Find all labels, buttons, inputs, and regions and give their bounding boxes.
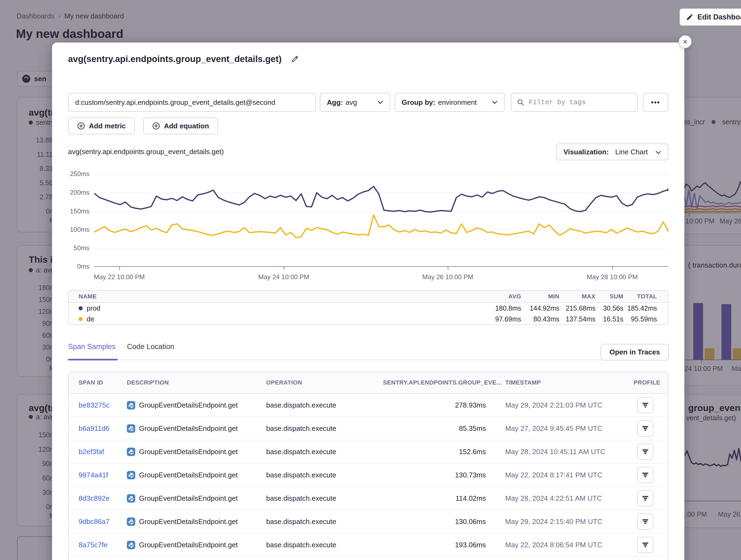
screen: Dashboards › My new dashboard My new das… <box>0 0 741 560</box>
group-by-value: environment <box>438 98 477 107</box>
profile-button[interactable] <box>637 490 654 506</box>
profile-cell <box>621 467 668 483</box>
operation-cell: base.dispatch.execute <box>266 401 383 409</box>
description-cell: GroupEventDetailsEndpoint.get <box>127 448 266 456</box>
col-description: DESCRIPTION <box>127 379 266 386</box>
tab-code-location[interactable]: Code Location <box>127 342 174 351</box>
plus-circle-icon <box>77 122 85 130</box>
python-icon <box>127 517 135 526</box>
pencil-icon <box>686 13 693 21</box>
timestamp-cell: May 28, 2024 10:45:11 AM UTC <box>486 448 621 456</box>
series-name: de <box>87 315 94 323</box>
edit-title-pencil-icon[interactable] <box>291 55 299 63</box>
col-min: MIN <box>521 293 559 300</box>
col-span-id: SPAN ID <box>79 379 127 386</box>
summary-table: NAME AVG MIN MAX SUM TOTAL prod180.8ms14… <box>68 290 668 325</box>
y-tick-label: 0ms <box>58 263 89 270</box>
span-samples-table: SPAN ID DESCRIPTION OPERATION SENTRY.API… <box>68 372 668 560</box>
profile-cell <box>621 513 668 530</box>
stat-sum: 16.51s <box>596 315 623 323</box>
metric-value-cell: 193.06ms <box>383 541 486 549</box>
col-total: TOTAL <box>623 293 657 300</box>
tab-span-samples[interactable]: Span Samples <box>68 342 116 351</box>
timestamp-cell: May 29, 2024 2:21:03 PM UTC <box>486 401 621 409</box>
agg-select[interactable]: Agg: avg <box>320 93 390 112</box>
more-options-button[interactable]: ••• <box>643 93 668 112</box>
profile-button[interactable] <box>637 420 654 436</box>
profile-button[interactable] <box>637 537 654 553</box>
samples-rows: be83275cGroupEventDetailsEndpoint.getbas… <box>69 394 668 557</box>
span-id-link[interactable]: 8a75c7fe <box>79 541 127 549</box>
y-tick-label: 150ms <box>58 208 89 215</box>
profile-cell <box>621 420 668 436</box>
table-row: 9dbc86a7GroupEventDetailsEndpoint.getbas… <box>69 510 668 534</box>
python-icon <box>127 541 135 549</box>
stat-total: 95.59ms <box>623 315 657 323</box>
metric-value-cell: 152.6ms <box>383 448 486 456</box>
metric-query-value: d:custom/sentry.api.endpoints.group_even… <box>75 98 275 107</box>
description-cell: GroupEventDetailsEndpoint.get <box>127 424 266 433</box>
span-id-link[interactable]: b6a911d6 <box>79 424 127 433</box>
summary-row[interactable]: de97.69ms80.43ms137.54ms16.51s95.59ms <box>69 314 668 324</box>
span-id-link[interactable]: 9974a41f <box>79 471 127 479</box>
group-by-select[interactable]: Group by: environment <box>395 93 504 112</box>
open-in-traces-label: Open in Traces <box>610 348 660 356</box>
col-timestamp: TIMESTAMP <box>486 379 621 386</box>
metric-value-cell: 278.93ms <box>383 401 486 409</box>
span-id-link[interactable]: be83275c <box>79 401 127 409</box>
x-tick-label: May 28 10:00 PM <box>571 273 653 281</box>
metric-details-modal: avg(sentry.api.endpoints.group_event_det… <box>52 43 684 560</box>
col-profile: PROFILE <box>621 379 668 386</box>
stat-max: 137.54ms <box>559 315 596 323</box>
line-chart[interactable] <box>94 171 668 268</box>
chevron-down-icon <box>655 148 661 156</box>
add-equation-button[interactable]: Add equation <box>143 117 218 134</box>
edit-dashboard-label: Edit Dashboard <box>697 13 741 21</box>
description-cell: GroupEventDetailsEndpoint.get <box>127 541 266 549</box>
plus-circle-icon <box>152 122 160 130</box>
summary-rows: prod180.8ms144.92ms215.68ms30.56s185.42m… <box>69 303 668 324</box>
span-id-link[interactable]: b2ef3faf <box>79 448 127 456</box>
filter-by-tags-input[interactable]: Filter by tags <box>511 93 638 112</box>
edit-dashboard-button[interactable]: Edit Dashboard <box>679 8 741 26</box>
profile-button[interactable] <box>637 444 654 460</box>
add-metric-button[interactable]: Add metric <box>68 117 135 134</box>
operation-cell: base.dispatch.execute <box>266 541 383 549</box>
description-cell: GroupEventDetailsEndpoint.get <box>127 517 266 526</box>
metric-value-cell: 114.02ms <box>383 494 486 502</box>
description-cell: GroupEventDetailsEndpoint.get <box>127 494 266 502</box>
table-row: 8d3c892eGroupEventDetailsEndpoint.getbas… <box>69 487 668 510</box>
profile-button[interactable] <box>637 467 654 483</box>
stat-max: 215.68ms <box>559 304 596 312</box>
ellipsis-icon: ••• <box>651 98 660 107</box>
x-tick-label: May 26 10:00 PM <box>407 273 488 281</box>
stat-sum: 30.56s <box>596 304 623 312</box>
profile-button[interactable] <box>637 513 654 530</box>
close-modal-button[interactable]: × <box>679 35 692 48</box>
python-icon <box>127 448 135 456</box>
col-max: MAX <box>559 293 596 300</box>
metric-query-input[interactable]: d:custom/sentry.api.endpoints.group_even… <box>68 93 316 112</box>
legend-dot <box>79 306 83 310</box>
open-in-traces-button[interactable]: Open in Traces <box>601 344 669 361</box>
description-label: GroupEventDetailsEndpoint.get <box>139 517 238 526</box>
series-name-cell: prod <box>79 304 478 312</box>
tabs: Span Samples Code Location <box>68 342 174 351</box>
summary-row[interactable]: prod180.8ms144.92ms215.68ms30.56s185.42m… <box>69 303 668 314</box>
operation-cell: base.dispatch.execute <box>266 448 383 456</box>
python-icon <box>127 424 135 433</box>
stat-total: 185.42ms <box>623 304 657 312</box>
span-id-link[interactable]: 8d3c892e <box>79 494 127 502</box>
table-row: 9974a41fGroupEventDetailsEndpoint.getbas… <box>69 464 668 487</box>
group-by-label: Group by: <box>402 98 435 107</box>
description-label: GroupEventDetailsEndpoint.get <box>139 471 238 479</box>
legend-dot <box>79 317 83 321</box>
span-id-link[interactable]: 9dbc86a7 <box>79 517 127 526</box>
profile-button[interactable] <box>637 397 654 413</box>
description-label: GroupEventDetailsEndpoint.get <box>139 541 238 549</box>
series-name-cell: de <box>79 315 478 323</box>
y-tick-label: 200ms <box>58 189 89 196</box>
timestamp-cell: May 22, 2024 8:17:41 PM UTC <box>486 471 621 479</box>
visualization-select[interactable]: Visualization: Line Chart <box>556 144 668 160</box>
col-metric-value: SENTRY.API.ENDPOINTS.GROUP_EVE… <box>383 379 486 386</box>
